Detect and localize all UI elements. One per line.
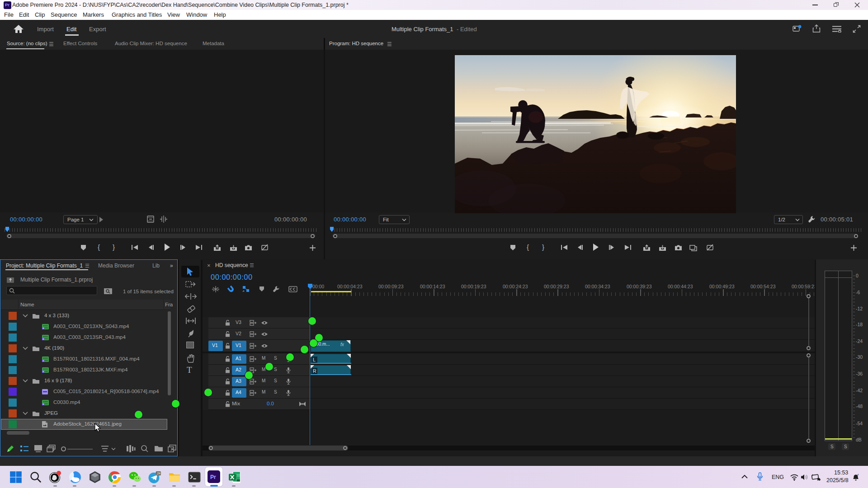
svg-text:Pr: Pr	[210, 474, 216, 480]
svg-text:z: z	[858, 474, 859, 476]
svg-text:.24: .24	[156, 472, 161, 475]
